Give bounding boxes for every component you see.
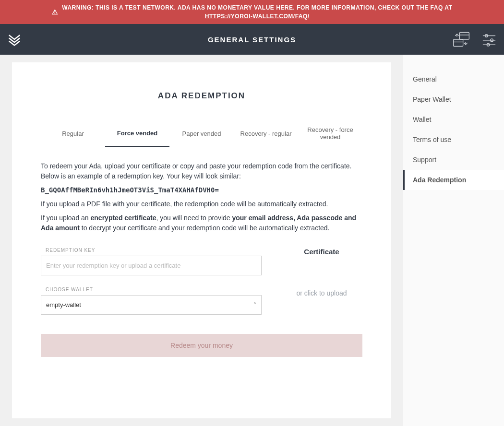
settings-sliders-icon[interactable]	[479, 29, 499, 49]
form-title: ADA REDEMPTION	[41, 91, 362, 101]
brand-icon[interactable]	[5, 30, 24, 49]
sidebar-item-ada-redemption[interactable]: Ada Redemption	[403, 170, 504, 190]
instruction-p2: If you upload a PDF file with your certi…	[41, 199, 362, 209]
svg-rect-2	[454, 39, 463, 47]
content-panel: ADA REDEMPTION Regular Force vended Pape…	[12, 62, 391, 418]
choose-wallet-label: CHOOSE WALLET	[41, 287, 262, 292]
redemption-key-input[interactable]	[41, 256, 262, 275]
example-key: B_GQOAffMBeRIn6vh1hJmeOT3ViS_TmaT4XAHAfD…	[41, 185, 362, 195]
sidebar-item-general[interactable]: General	[403, 69, 504, 89]
redeem-button[interactable]: Redeem your money	[41, 334, 362, 357]
tab-regular[interactable]: Regular	[41, 120, 105, 147]
tab-recovery-regular[interactable]: Recovery - regular	[234, 120, 298, 147]
certificate-dropzone[interactable]: Certificate or click to upload	[281, 248, 362, 315]
redemption-type-tabs: Regular Force vended Paper vended Recove…	[41, 120, 362, 147]
warning-text: WARNING: THIS IS A TEST NETWORK. ADA HAS…	[62, 4, 452, 11]
instruction-p1: To redeem your Ada, upload your certific…	[41, 161, 362, 181]
instruction-p3: If you upload an encrypted certificate, …	[41, 213, 362, 233]
choose-wallet-value: empty-wallet	[46, 301, 81, 308]
settings-sidebar: General Paper Wallet Wallet Terms of use…	[403, 55, 504, 426]
warning-banner: ⚠ WARNING: THIS IS A TEST NETWORK. ADA H…	[0, 0, 504, 24]
tab-recovery-force-vended[interactable]: Recovery - force vended	[298, 120, 362, 147]
sidebar-item-paper-wallet[interactable]: Paper Wallet	[403, 89, 504, 109]
sidebar-item-support[interactable]: Support	[403, 150, 504, 170]
certificate-hint: or click to upload	[281, 289, 362, 297]
tab-force-vended[interactable]: Force vended	[105, 120, 169, 147]
sidebar-item-wallet[interactable]: Wallet	[403, 109, 504, 130]
wallets-switch-icon[interactable]	[451, 29, 471, 49]
choose-wallet-select[interactable]: empty-wallet ˄	[41, 295, 262, 315]
sidebar-item-terms[interactable]: Terms of use	[403, 130, 504, 150]
top-bar: GENERAL SETTINGS	[0, 24, 504, 55]
instructions: To redeem your Ada, upload your certific…	[41, 161, 362, 233]
tab-paper-vended[interactable]: Paper vended	[169, 120, 234, 147]
warning-faq-link[interactable]: HTTPS://YOROI-WALLET.COM/FAQ/	[205, 13, 310, 20]
svg-rect-0	[459, 32, 469, 39]
chevron-up-icon: ˄	[253, 302, 256, 308]
redemption-key-label: REDEMPTION KEY	[41, 248, 262, 253]
page-title: GENERAL SETTINGS	[0, 36, 504, 44]
warning-icon: ⚠	[52, 8, 59, 16]
certificate-title: Certificate	[281, 248, 362, 256]
